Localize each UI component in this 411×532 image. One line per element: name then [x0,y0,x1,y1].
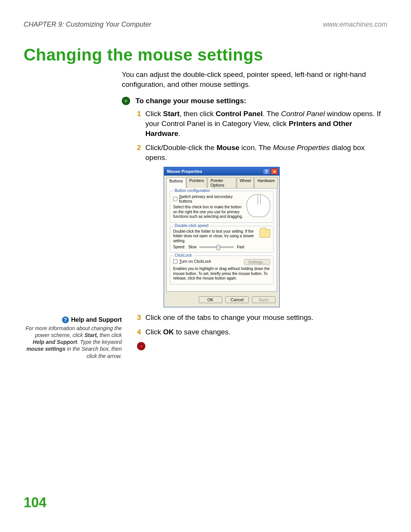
tab-wheel[interactable]: Wheel [237,177,254,188]
cancel-button[interactable]: Cancel [225,296,249,303]
slow-label: Slow [188,245,197,249]
mouse-icon [247,194,270,217]
checkbox-icon [173,259,177,264]
procedure-heading-row: To change your mouse settings: [122,97,411,105]
group-desc: Enables you to highlight or drag without… [173,267,270,281]
tabs-row: Buttons Pointers Pointer Options Wheel H… [164,176,279,188]
clicklock-settings-button: Settings... [244,259,270,265]
tab-pointer-options[interactable]: Pointer Options [207,177,236,188]
help-heading-row: ? Help and Support [24,316,122,324]
step-1: 1 Click Start, then click Control Panel.… [137,109,387,138]
question-icon: ? [62,316,69,323]
folder-icon[interactable] [260,229,270,238]
speed-slider[interactable] [199,246,234,248]
help-and-support-sidebar: ? Help and Support For more information … [24,316,122,359]
checkbox-icon [173,197,177,201]
speed-slider-row: Speed: Slow Fast [173,245,256,249]
group-desc: Select this check box to make the button… [173,205,244,219]
step-number: 1 [137,109,141,119]
page-number: 104 [24,495,46,511]
dialog-title: Mouse Properties [167,169,202,174]
steps-list: 1 Click Start, then click Control Panel.… [137,109,387,162]
site-url: www.emachines.com [323,21,387,29]
mouse-properties-dialog: Mouse Properties ? × Buttons Pointers Po… [164,167,280,307]
dialog-screenshot: Mouse Properties ? × Buttons Pointers Po… [164,167,411,307]
dialog-titlebar: Mouse Properties ? × [164,167,279,176]
dialog-button-row: OK Cancel Apply [164,294,279,307]
fast-label: Fast [237,245,244,249]
speed-label: Speed: [173,245,185,249]
close-icon[interactable]: × [271,168,278,174]
help-heading: Help and Support [71,316,122,324]
apply-button: Apply [252,296,276,303]
group-desc: Double-click the folder to test your set… [173,229,256,244]
page-header: CHAPTER 9: Customizing Your Computer www… [0,0,411,29]
page-title: Changing the mouse settings [24,45,411,64]
step-number: 2 [137,143,141,153]
slider-thumb-icon [217,245,220,250]
tab-buttons[interactable]: Buttons [166,177,186,189]
tab-pointers[interactable]: Pointers [186,177,207,188]
chapter-label: CHAPTER 9: Customizing Your Computer [24,21,151,29]
step-2: 2 Click/Double-click the Mouse icon. The… [137,143,387,162]
clicklock-checkbox[interactable]: Turn on ClickLock [173,259,211,264]
procedure-heading: To change your mouse settings: [135,97,246,105]
group-button-config: Button configuration Switch primary and … [170,191,274,223]
step-4: 4 Click OK to save changes. [137,327,387,337]
group-clicklock: ClickLock Turn on ClickLock Settings... … [170,256,274,284]
ok-button[interactable]: OK [199,296,222,303]
step-number: 3 [137,313,141,323]
play-icon [122,97,130,105]
help-body: For more information about changing the … [24,325,122,359]
switch-buttons-checkbox[interactable]: Switch primary and secondary buttons [173,194,244,203]
tab-body: Button configuration Switch primary and … [166,188,277,292]
step-3: 3 Click one of the tabs to change your m… [137,313,387,323]
group-title: Double-click speed [173,223,210,228]
group-title: ClickLock [173,253,193,257]
help-icon[interactable]: ? [263,168,270,174]
group-title: Button configuration [173,188,212,193]
steps-list-cont: 3 Click one of the tabs to change your m… [137,313,387,337]
tab-hardware[interactable]: Hardware [254,177,278,188]
intro-text: You can adjust the double-click speed, p… [122,70,387,89]
step-number: 4 [137,327,141,337]
group-double-click: Double-click speed Double-click the fold… [170,226,274,253]
stop-icon [137,342,145,350]
